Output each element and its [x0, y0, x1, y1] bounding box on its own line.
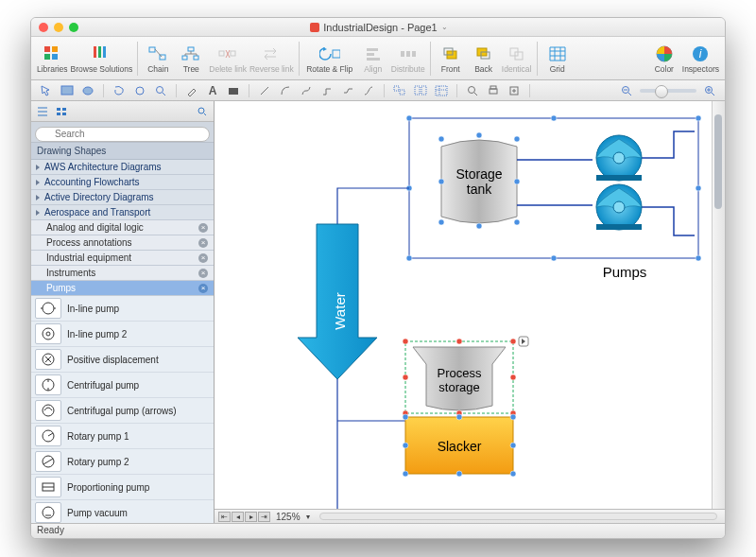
text-tool-icon[interactable]: A — [205, 83, 220, 98]
vertical-scrollbar[interactable] — [712, 101, 725, 509]
rotate-flip-button[interactable]: Rotate & Flip — [304, 39, 355, 78]
app-window: IndustrialDesign - Page1 ⌄ Libraries Bro… — [30, 17, 726, 539]
connector3-icon[interactable] — [361, 83, 376, 98]
chevron-down-icon[interactable]: ⌄ — [441, 23, 448, 31]
svg-text:Process: Process — [438, 366, 482, 380]
line-tool-icon[interactable] — [257, 83, 272, 98]
grid-icon — [547, 44, 568, 64]
close-stencil-icon[interactable]: × — [198, 238, 208, 248]
shape-row[interactable]: In-line pump — [31, 296, 214, 322]
connector-icon[interactable] — [319, 83, 335, 98]
zoom-icon[interactable] — [69, 23, 78, 32]
libraries-button[interactable]: Libraries — [37, 39, 68, 78]
shape-row[interactable]: Centrifugal pump — [31, 373, 214, 398]
ungroup-icon[interactable] — [413, 83, 428, 98]
zoom-controls — [619, 83, 717, 98]
close-stencil-icon[interactable]: × — [198, 269, 208, 278]
cat-aerospace[interactable]: Aerospace and Transport — [31, 205, 214, 220]
magnify-icon[interactable] — [153, 83, 168, 98]
back-button[interactable]: Back — [469, 39, 499, 78]
print-icon[interactable] — [486, 83, 501, 98]
svg-point-95 — [510, 374, 516, 380]
close-stencil-icon[interactable]: × — [198, 253, 208, 263]
cat-accounting[interactable]: Accounting Flowcharts — [31, 175, 214, 190]
zoom-menu-icon[interactable]: ▾ — [306, 513, 310, 521]
close-stencil-icon[interactable]: × — [198, 223, 208, 233]
layout-icon[interactable] — [434, 83, 449, 98]
cat-aws[interactable]: AWS Architecture Diagrams — [31, 160, 214, 175]
arc-tool-icon[interactable] — [278, 83, 293, 98]
svg-point-68 — [696, 185, 701, 191]
color-button[interactable]: Color — [649, 39, 679, 78]
last-page-icon[interactable]: ⇥ — [258, 512, 270, 522]
svg-point-85 — [613, 201, 625, 213]
curve-tool-icon[interactable] — [299, 83, 314, 98]
delete-link-button[interactable]: Delete link — [209, 39, 247, 78]
zoom-level[interactable]: 125% — [276, 512, 301, 522]
grid-button[interactable]: Grid — [542, 39, 573, 78]
shape-row[interactable]: In-line pump 2 — [31, 322, 214, 347]
inspectors-button[interactable]: iInspectors — [682, 39, 719, 78]
next-page-icon[interactable]: ▸ — [245, 512, 257, 522]
zoom-out-icon[interactable] — [619, 83, 634, 98]
zoom-in-icon[interactable] — [702, 83, 717, 98]
fill-tool-icon[interactable] — [226, 83, 241, 98]
pan-icon[interactable] — [132, 83, 147, 98]
export-icon[interactable] — [507, 83, 522, 98]
shape-row[interactable]: Positive displacement — [31, 347, 214, 373]
svg-point-102 — [403, 414, 408, 420]
list-view-icon[interactable] — [35, 105, 50, 118]
minimize-icon[interactable] — [54, 23, 63, 32]
sub-analog[interactable]: Analog and digital logic× — [31, 220, 214, 235]
connector2-icon[interactable] — [340, 83, 355, 98]
lasso-icon[interactable] — [112, 83, 127, 98]
front-button[interactable]: Front — [436, 39, 466, 78]
pointer-tool-icon[interactable] — [39, 83, 54, 98]
shape-row[interactable]: Centrifugal pump (arrows) — [31, 398, 214, 424]
search-input[interactable] — [35, 127, 210, 142]
shape-row[interactable]: Rotary pump 1 — [31, 424, 214, 449]
sidebar: Drawing Shapes AWS Architecture Diagrams… — [31, 101, 215, 523]
sub-process[interactable]: Process annotations× — [31, 235, 214, 251]
zoom-slider[interactable] — [640, 89, 696, 93]
distribute-button[interactable]: Distribute — [391, 39, 425, 78]
shape-thumb-icon — [35, 400, 61, 421]
cat-ad[interactable]: Active Directory Diagrams — [31, 190, 214, 205]
svg-point-56 — [43, 405, 54, 416]
prev-page-icon[interactable]: ◂ — [232, 512, 244, 522]
align-button[interactable]: Align — [358, 39, 388, 78]
hscroll-track[interactable] — [319, 513, 717, 520]
tree-button[interactable]: Tree — [176, 39, 206, 78]
canvas[interactable]: Storagetank — [215, 101, 725, 523]
shape-row[interactable]: Rotary pump 2 — [31, 449, 214, 475]
svg-point-70 — [551, 255, 557, 261]
sub-instruments[interactable]: Instruments× — [31, 266, 214, 281]
svg-rect-12 — [219, 51, 224, 56]
find-icon[interactable] — [465, 83, 480, 98]
svg-rect-2 — [44, 54, 50, 60]
svg-point-40 — [469, 86, 475, 93]
first-page-icon[interactable]: ⇤ — [218, 512, 231, 522]
shape-row[interactable]: Proportioning pump — [31, 475, 214, 500]
grid-view-icon[interactable] — [54, 105, 69, 118]
shape-row[interactable]: Pump vacuum — [31, 500, 214, 523]
svg-rect-16 — [367, 53, 374, 56]
svg-point-92 — [456, 339, 462, 344]
sub-industrial[interactable]: Industrial equipment× — [31, 251, 214, 266]
shape-thumb-icon — [35, 374, 61, 395]
browse-solutions-button[interactable]: Browse Solutions — [71, 39, 133, 78]
search-icon-small[interactable] — [195, 105, 210, 118]
svg-rect-30 — [61, 86, 73, 95]
reverse-link-button[interactable]: Reverse link — [249, 39, 294, 78]
group-icon[interactable] — [392, 83, 407, 98]
svg-rect-18 — [401, 51, 404, 57]
sub-pumps[interactable]: Pumps× — [31, 281, 214, 296]
close-icon[interactable] — [39, 23, 48, 32]
identical-button[interactable]: Identical — [502, 39, 532, 78]
chain-button[interactable]: Chain — [143, 39, 173, 78]
close-stencil-icon[interactable]: × — [198, 284, 208, 293]
circle-tool-icon[interactable] — [80, 83, 95, 98]
pencil-icon[interactable] — [184, 83, 199, 98]
select-rect-icon[interactable] — [60, 83, 75, 98]
svg-rect-11 — [194, 56, 198, 60]
